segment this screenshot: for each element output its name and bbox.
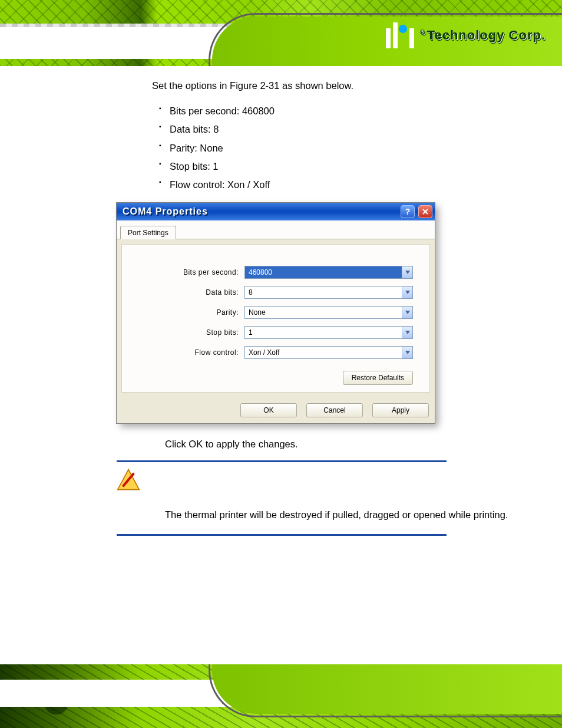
- list-item: Flow control: Xon / Xoff: [163, 178, 529, 191]
- list-item: Stop bits: 1: [163, 160, 529, 173]
- dialog-title: COM4 Properties: [123, 206, 397, 217]
- chevron-down-icon: [402, 307, 412, 318]
- stopbits-select[interactable]: 1: [244, 326, 413, 339]
- com-properties-dialog: COM4 Properties ? Port Settings Bits per…: [117, 203, 435, 423]
- close-button[interactable]: [418, 205, 432, 218]
- port-settings-panel: Bits per second: 460800 Data bits: 8 Par…: [121, 244, 430, 393]
- chevron-down-icon: [402, 327, 412, 338]
- list-item: Data bits: 8: [163, 123, 529, 136]
- flowcontrol-label: Flow control:: [138, 348, 239, 357]
- list-item: Bits per second: 460800: [163, 104, 529, 117]
- flowcontrol-select[interactable]: Xon / Xoff: [244, 346, 413, 359]
- close-icon: [422, 209, 428, 215]
- settings-list: Bits per second: 460800 Data bits: 8 Par…: [152, 104, 529, 191]
- page-header-decor: ®Technology Corp.: [0, 0, 562, 66]
- brand-logo: ®Technology Corp.: [386, 22, 546, 48]
- parity-select[interactable]: None: [244, 306, 413, 319]
- chevron-down-icon: [402, 347, 412, 358]
- databits-label: Data bits:: [138, 288, 239, 297]
- brand-name: Technology Corp.: [427, 28, 546, 42]
- chevron-down-icon: [402, 266, 412, 278]
- parity-value: None: [245, 307, 402, 318]
- restore-defaults-button[interactable]: Restore Defaults: [343, 371, 413, 385]
- warning-text: The thermal printer will be destroyed if…: [165, 506, 529, 524]
- apply-button[interactable]: Apply: [372, 403, 429, 417]
- bps-select[interactable]: 460800: [244, 266, 413, 279]
- warning-icon: [117, 468, 140, 492]
- help-button[interactable]: ?: [401, 205, 415, 218]
- intro-text: Set the options in Figure 2-31 as shown …: [152, 80, 529, 91]
- list-item: Parity: None: [163, 141, 529, 154]
- divider: [117, 534, 447, 536]
- step-text: Click OK to apply the changes.: [165, 439, 529, 450]
- bps-value: 460800: [245, 266, 402, 278]
- parity-label: Parity:: [138, 308, 239, 317]
- bps-label: Bits per second:: [138, 268, 239, 276]
- cancel-button[interactable]: Cancel: [306, 403, 363, 417]
- stopbits-label: Stop bits:: [138, 328, 239, 337]
- divider: [117, 460, 447, 462]
- page-footer-decor: [0, 664, 562, 728]
- stopbits-value: 1: [245, 327, 402, 338]
- tab-port-settings[interactable]: Port Settings: [120, 226, 176, 239]
- dialog-titlebar: COM4 Properties ?: [117, 203, 435, 220]
- logo-icon: [386, 22, 414, 48]
- chevron-down-icon: [402, 286, 412, 298]
- databits-select[interactable]: 8: [244, 286, 413, 299]
- flowcontrol-value: Xon / Xoff: [245, 347, 402, 358]
- databits-value: 8: [245, 286, 402, 298]
- dialog-button-row: OK Cancel Apply: [117, 397, 435, 423]
- ok-button[interactable]: OK: [240, 403, 297, 417]
